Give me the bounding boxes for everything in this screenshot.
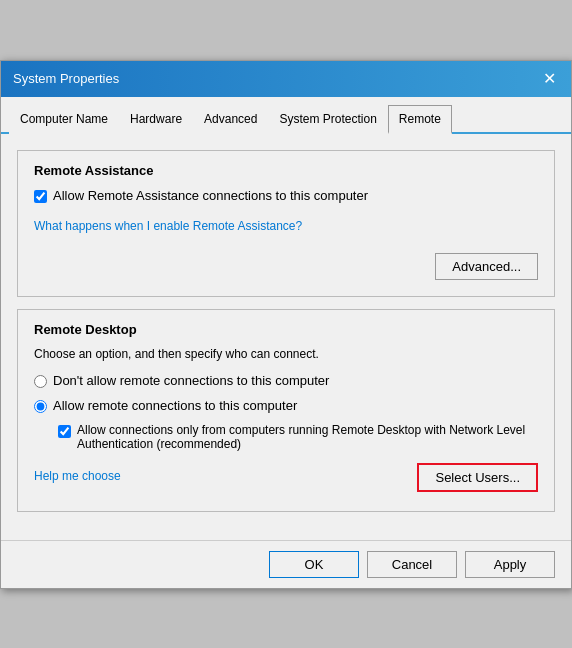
nla-checkbox-row: Allow connections only from computers ru… [58,423,538,451]
system-properties-dialog: System Properties ✕ Computer Name Hardwa… [0,60,572,589]
window-title: System Properties [13,71,119,86]
allow-remote-assistance-label: Allow Remote Assistance connections to t… [53,188,368,203]
tab-advanced[interactable]: Advanced [193,105,268,134]
footer: OK Cancel Apply [1,540,571,588]
allow-remote-assistance-checkbox[interactable] [34,190,47,203]
nla-label: Allow connections only from computers ru… [77,423,538,451]
select-users-row: Help me choose Select Users... [34,461,538,495]
remote-desktop-description: Choose an option, and then specify who c… [34,347,538,361]
allow-remote-label: Allow remote connections to this compute… [53,398,297,413]
tab-remote[interactable]: Remote [388,105,452,134]
remote-assistance-section: Remote Assistance Allow Remote Assistanc… [17,150,555,297]
remote-desktop-title: Remote Desktop [34,322,538,337]
tab-bar: Computer Name Hardware Advanced System P… [1,97,571,134]
close-button[interactable]: ✕ [539,69,559,89]
apply-button[interactable]: Apply [465,551,555,578]
ok-button[interactable]: OK [269,551,359,578]
dont-allow-radio[interactable] [34,375,47,388]
remote-assistance-help-link[interactable]: What happens when I enable Remote Assist… [34,219,302,233]
advanced-button-row: Advanced... [34,253,538,280]
dont-allow-label: Don't allow remote connections to this c… [53,373,329,388]
allow-remote-assistance-row: Allow Remote Assistance connections to t… [34,188,538,203]
remote-desktop-section: Remote Desktop Choose an option, and the… [17,309,555,512]
select-users-button[interactable]: Select Users... [417,463,538,492]
title-bar: System Properties ✕ [1,61,571,97]
remote-assistance-title: Remote Assistance [34,163,538,178]
cancel-button[interactable]: Cancel [367,551,457,578]
advanced-button[interactable]: Advanced... [435,253,538,280]
help-me-choose-link[interactable]: Help me choose [34,469,121,483]
radio-dont-allow-row: Don't allow remote connections to this c… [34,373,538,388]
radio-allow-row: Allow remote connections to this compute… [34,398,538,413]
tab-computer-name[interactable]: Computer Name [9,105,119,134]
nla-checkbox[interactable] [58,425,71,438]
tab-hardware[interactable]: Hardware [119,105,193,134]
allow-remote-radio[interactable] [34,400,47,413]
tab-content: Remote Assistance Allow Remote Assistanc… [1,134,571,540]
tab-system-protection[interactable]: System Protection [268,105,387,134]
